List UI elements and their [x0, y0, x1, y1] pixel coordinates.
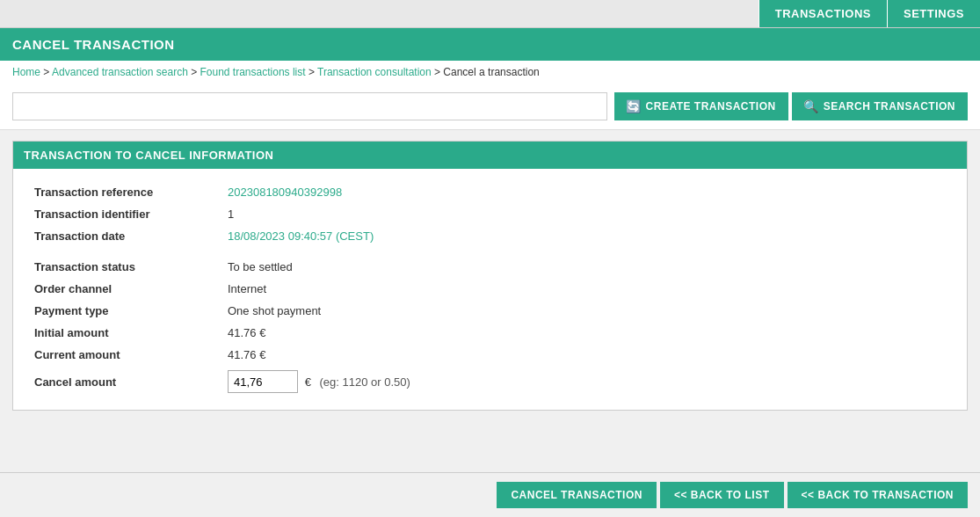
field-value-date: 18/08/2023 09:40:57 (CEST)	[221, 225, 953, 247]
info-table: Transaction reference 202308180940392998…	[27, 181, 953, 397]
breadcrumb: Home > Advanced transaction search > Fou…	[0, 61, 980, 84]
search-icon: 🔍	[804, 99, 818, 113]
top-navigation: TRANSACTIONS SETTINGS	[0, 0, 980, 28]
nav-transactions-button[interactable]: TRANSACTIONS	[759, 0, 887, 27]
table-row: Current amount 41.76 €	[27, 344, 953, 366]
breadcrumb-consultation[interactable]: Transaction consultation	[317, 66, 432, 78]
field-label: Payment type	[27, 300, 221, 322]
cancel-amount-cell: € (eg: 1120 or 0.50)	[221, 366, 953, 397]
breadcrumb-found-list[interactable]: Found transactions list	[200, 66, 306, 78]
field-value-status: To be settled	[221, 256, 953, 278]
field-value-initial-amount: 41.76 €	[221, 322, 953, 344]
page-title: CANCEL TRANSACTION	[12, 37, 968, 52]
breadcrumb-current: Cancel a transaction	[443, 66, 539, 78]
table-row: Transaction identifier 1	[27, 203, 953, 225]
field-value-reference: 202308180940392998	[221, 181, 953, 203]
table-row: Transaction reference 202308180940392998	[27, 181, 953, 203]
field-value-current-amount: 41.76 €	[221, 344, 953, 366]
page-header: CANCEL TRANSACTION	[0, 28, 980, 61]
table-row: Order channel Internet	[27, 278, 953, 300]
create-transaction-button[interactable]: 🔄 CREATE TRANSACTION	[614, 92, 788, 120]
search-bar-area: 🔄 CREATE TRANSACTION 🔍 SEARCH TRANSACTIO…	[0, 84, 980, 130]
table-row: Transaction status To be settled	[27, 256, 953, 278]
cancel-hint: (eg: 1120 or 0.50)	[319, 375, 410, 389]
section-header: TRANSACTION TO CANCEL INFORMATION	[13, 142, 967, 169]
field-value-channel: Internet	[221, 278, 953, 300]
field-value-payment-type: One shot payment	[221, 300, 953, 322]
table-row: Initial amount 41.76 €	[27, 322, 953, 344]
cancel-amount-row: Cancel amount € (eg: 1120 or 0.50)	[27, 366, 953, 397]
field-label: Transaction identifier	[27, 203, 221, 225]
section-body: Transaction reference 202308180940392998…	[13, 169, 967, 410]
field-value-identifier: 1	[221, 203, 953, 225]
breadcrumb-advanced-search[interactable]: Advanced transaction search	[52, 66, 188, 78]
search-input[interactable]	[12, 92, 607, 120]
field-label: Initial amount	[27, 322, 221, 344]
breadcrumb-home[interactable]: Home	[12, 66, 40, 78]
transaction-info-section: TRANSACTION TO CANCEL INFORMATION Transa…	[12, 141, 968, 411]
field-label: Order channel	[27, 278, 221, 300]
cancel-currency: €	[305, 375, 311, 389]
search-transaction-button[interactable]: 🔍 SEARCH TRANSACTION	[792, 92, 968, 120]
field-label: Transaction reference	[27, 181, 221, 203]
table-row: Payment type One shot payment	[27, 300, 953, 322]
cancel-amount-input[interactable]	[228, 370, 298, 393]
field-label: Transaction date	[27, 225, 221, 247]
field-label: Current amount	[27, 344, 221, 366]
field-label: Transaction status	[27, 256, 221, 278]
nav-settings-button[interactable]: SETTINGS	[887, 0, 980, 27]
cancel-amount-label: Cancel amount	[27, 366, 221, 397]
table-row: Transaction date 18/08/2023 09:40:57 (CE…	[27, 225, 953, 247]
create-icon: 🔄	[627, 99, 641, 113]
